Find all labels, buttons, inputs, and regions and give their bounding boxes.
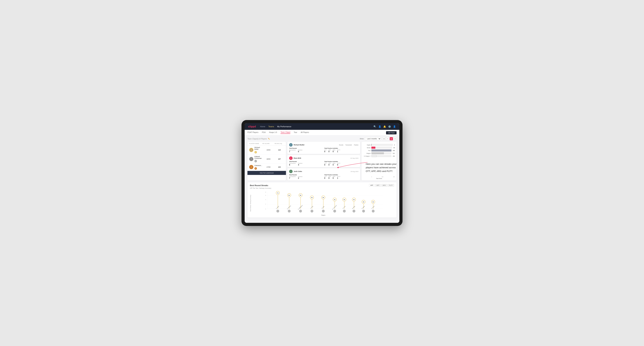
- avatar: C: [249, 165, 254, 169]
- player-row[interactable]: C Cameron... 3 17/20 103: [248, 164, 286, 171]
- avatar: R: [289, 143, 292, 147]
- grid-view-btn[interactable]: ⊞: [382, 137, 386, 140]
- practice-activities-group: Total Practice Activities OTT 0 APP: [324, 148, 358, 153]
- settings-icon[interactable]: ⚙️: [388, 125, 391, 128]
- tab-pga[interactable]: PGA: [262, 131, 266, 134]
- player-info: R Richard Butler 1: [249, 147, 262, 154]
- svg-point-19: [288, 210, 291, 212]
- round-card-header: R Rees Britt 02 Sep 2023: [289, 156, 358, 160]
- search-icon[interactable]: 🔍: [374, 125, 376, 128]
- practice-label: Practice: [298, 163, 302, 164]
- nav-link-myperformance[interactable]: My Performance: [277, 126, 292, 128]
- svg-text:8: 8: [265, 192, 266, 193]
- bar-bogeys: Bogeys 311: [363, 152, 395, 154]
- avatar: E: [249, 157, 254, 161]
- filter-btn-ott[interactable]: OTT: [369, 184, 375, 187]
- putt-label: PUTT: [337, 176, 340, 177]
- filter-btn-arg[interactable]: ARG: [381, 184, 387, 187]
- total-rounds-label: Total Rounds: [289, 161, 323, 162]
- tournament-label: Tournament: [289, 163, 296, 164]
- player-name: Josh Coles: [294, 171, 302, 172]
- view-leaderboard-button[interactable]: View Full Leaderboard: [248, 171, 286, 175]
- player-name: Rees Britt: [294, 157, 301, 159]
- table-view-btn[interactable]: ▤: [390, 137, 393, 140]
- avatar-icon[interactable]: 👤: [393, 125, 396, 128]
- svg-text:M. Miller: M. Miller: [352, 205, 356, 209]
- edit-icon[interactable]: ✏️: [268, 138, 270, 140]
- tournament-value: 7: [289, 177, 296, 179]
- practice-value: 4: [298, 164, 302, 166]
- leaderboard-card: PLAYER NAME PB SCORE PB AVG SQ R Richard…: [248, 142, 286, 180]
- tab-allplayers[interactable]: All Players: [301, 131, 309, 134]
- settings-view-btn[interactable]: ⊙: [394, 137, 396, 140]
- ott-value: 0: [324, 164, 327, 166]
- player-rank: 1: [254, 151, 257, 154]
- svg-text:6x: 6x: [300, 195, 301, 196]
- svg-point-24: [299, 210, 302, 212]
- total-rounds-group: Total Rounds Tournament 8 Practice: [289, 161, 323, 166]
- person-icon[interactable]: 👤: [378, 125, 381, 128]
- nav-icons: 🔍 👤 🔔 ⚙️ 👤: [374, 125, 396, 128]
- svg-text:R. Butler: R. Butler: [362, 205, 365, 209]
- svg-text:5x: 5x: [311, 197, 313, 198]
- pb-avg: 103: [274, 166, 284, 168]
- app-label: APP: [328, 176, 331, 177]
- player-row[interactable]: R Richard Butler 1 19/20 110: [248, 146, 286, 155]
- total-rounds-label: Total Rounds: [289, 174, 323, 175]
- bar-value-pars: 499: [393, 150, 395, 151]
- nav-link-home[interactable]: Home: [260, 126, 265, 128]
- col-player-name: PLAYER NAME: [249, 143, 262, 144]
- svg-text:7x: 7x: [277, 192, 278, 194]
- round-date: 02 Sep 2023: [350, 158, 358, 159]
- ott-label: OTT: [324, 176, 327, 177]
- pb-avg: 107: [274, 158, 284, 160]
- tab-hcaps[interactable]: Hcaps 1-5: [269, 131, 277, 134]
- nav-bar: clippd Home Teams My Performance 🔍 👤 🔔 ⚙…: [245, 123, 399, 130]
- round-card-header: R Richard Butler Rounds Tournament Pract…: [289, 143, 358, 147]
- total-rounds-group: Total Rounds Tournament 7 Practice: [289, 148, 323, 153]
- tab-teamclippd[interactable]: Team Clippd: [280, 131, 290, 134]
- bar-value-bogeys: 311: [393, 153, 395, 154]
- bell-icon[interactable]: 🔔: [383, 125, 386, 128]
- add-team-button[interactable]: Add Team: [386, 131, 396, 134]
- bar-track: [371, 152, 392, 154]
- bar-dbogeys: D. Bogeys + 131: [363, 155, 395, 157]
- filter-btn-app[interactable]: APP: [375, 184, 381, 187]
- bar-value-dbogeys: 131: [393, 156, 395, 157]
- axis-label-400: 400: [393, 176, 395, 177]
- nav-link-teams[interactable]: Teams: [268, 126, 274, 128]
- bar-birdies: Birdies 96: [363, 147, 395, 149]
- bar-fill-dbogeys: [371, 155, 376, 157]
- bar-label-bogeys: Bogeys: [363, 153, 371, 154]
- bar-track: [371, 147, 392, 149]
- team-header: Team Clippd | 14 Players ✏️ Show Last 3 …: [248, 137, 396, 140]
- round-stats: Total Rounds Tournament 7 Practice: [289, 148, 358, 153]
- practice-value: 6: [298, 151, 302, 153]
- bar-track: [371, 144, 393, 146]
- svg-text:4: 4: [265, 199, 266, 200]
- svg-point-39: [334, 210, 336, 212]
- arg-value: 0: [333, 151, 335, 153]
- player-row[interactable]: E Edward Crossman 2 18/20 107: [248, 155, 286, 164]
- list-view-btn[interactable]: ≡: [386, 137, 389, 140]
- svg-text:3x: 3x: [372, 201, 374, 202]
- ott-value: 0: [324, 151, 327, 153]
- streaks-filter-btns: OTT APP ARG PUTT: [369, 184, 394, 187]
- svg-point-29: [310, 210, 314, 212]
- period-select[interactable]: Last 3 months: [365, 137, 381, 140]
- show-controls: Show Last 3 months ⊞ ≡ ▤ ⊙: [360, 137, 396, 140]
- player-details: Cameron... 3: [254, 165, 262, 170]
- svg-text:4x: 4x: [334, 199, 336, 200]
- ott-value: 0: [324, 177, 327, 179]
- annotation-arrow: [334, 161, 369, 171]
- player-name: Richard Butler: [294, 144, 304, 146]
- practice-value: 2: [298, 177, 302, 179]
- tab-pgat[interactable]: PGAT Players: [248, 131, 258, 134]
- practice-activities-label: Total Practice Activities: [324, 148, 358, 149]
- bar-label-eagles: Eagles: [363, 144, 371, 146]
- svg-point-44: [343, 210, 346, 212]
- tab-tour[interactable]: Tour: [294, 131, 297, 134]
- filter-btn-putt[interactable]: PUTT: [388, 184, 394, 187]
- app-value: 0: [328, 164, 331, 166]
- svg-text:R. Britt: R. Britt: [322, 206, 324, 209]
